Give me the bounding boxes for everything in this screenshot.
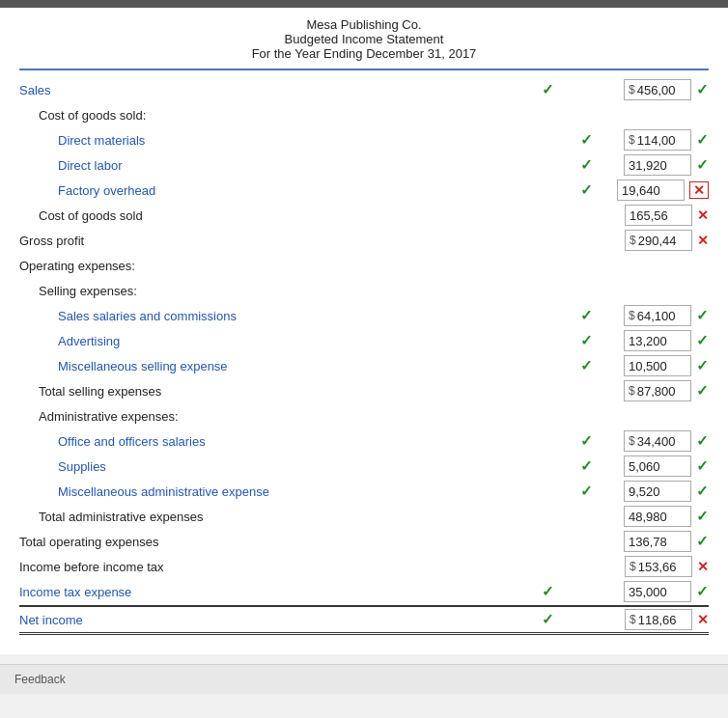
- income-tax-label[interactable]: Income tax expense: [19, 585, 537, 599]
- direct-materials-label[interactable]: Direct materials: [19, 133, 575, 148]
- factory-overhead-input[interactable]: 19,640: [617, 180, 685, 201]
- office-salaries-label[interactable]: Office and officers salaries: [19, 434, 575, 449]
- total-operating-input[interactable]: 136,78: [624, 531, 691, 552]
- gp-dollar: $: [630, 234, 636, 247]
- cogs-total-right: 165,56 ✕: [554, 205, 709, 226]
- sup-check-icon: ✓: [696, 457, 709, 475]
- sales-right: $ 456,00 ✓: [554, 79, 709, 100]
- direct-labor-label[interactable]: Direct labor: [19, 158, 575, 173]
- total-selling-right: $ 87,800 ✓: [554, 380, 709, 401]
- operating-expenses-header-row: Operating expenses:: [19, 254, 709, 277]
- supplies-mid: 5,060 ✓: [593, 456, 709, 477]
- advertising-mid: 13,200 ✓: [593, 330, 709, 351]
- top-bar: [0, 0, 728, 8]
- net-income-right: $ 118,66 ✕: [554, 609, 709, 630]
- direct-labor-input[interactable]: 31,920: [624, 154, 691, 176]
- sales-check-icon: ✓: [542, 81, 554, 98]
- misc-admin-value: 9,520: [629, 484, 660, 499]
- gross-profit-x-icon: ✕: [697, 233, 709, 248]
- income-before-tax-input[interactable]: $ 153,66: [625, 556, 692, 577]
- gross-profit-label: Gross profit: [19, 234, 554, 248]
- income-tax-input[interactable]: 35,000: [624, 581, 691, 602]
- sales-value: 456,00: [637, 83, 676, 97]
- direct-materials-check-icon: ✓: [580, 131, 593, 149]
- office-salaries-row: Office and officers salaries ✓ $ 34,400 …: [19, 429, 709, 453]
- gross-profit-input[interactable]: $ 290,44: [625, 230, 692, 251]
- direct-materials-input[interactable]: $ 114,00: [624, 129, 691, 151]
- gross-profit-row: Gross profit $ 290,44 ✕: [19, 229, 709, 252]
- misc-admin-input[interactable]: 9,520: [624, 481, 691, 502]
- dm-dollar: $: [629, 133, 635, 147]
- income-tax-check2-icon: ✓: [696, 583, 709, 600]
- factory-overhead-x-icon: ✕: [689, 181, 709, 199]
- direct-materials-value: 114,00: [637, 133, 676, 148]
- operating-expenses-label: Operating expenses:: [19, 259, 709, 273]
- misc-admin-mid: 9,520 ✓: [593, 481, 709, 502]
- net-income-row: Net income ✓ $ 118,66 ✕: [19, 605, 709, 630]
- sales-salaries-input[interactable]: $ 64,100: [624, 305, 691, 326]
- misc-selling-label[interactable]: Miscellaneous selling expense: [19, 359, 575, 373]
- ts-dollar: $: [629, 384, 635, 398]
- supplies-input[interactable]: 5,060: [624, 456, 691, 477]
- total-selling-row: Total selling expenses $ 87,800 ✓: [19, 379, 709, 402]
- advertising-input[interactable]: 13,200: [624, 330, 691, 351]
- office-salaries-mid: $ 34,400 ✓: [593, 430, 709, 452]
- header-divider: [19, 69, 709, 70]
- dm-check2-icon: ✓: [696, 131, 709, 149]
- advertising-label[interactable]: Advertising: [19, 334, 575, 348]
- sales-salaries-label[interactable]: Sales salaries and commissions: [19, 309, 575, 323]
- ni-dollar: $: [630, 613, 636, 626]
- total-operating-value: 136,78: [629, 535, 667, 549]
- dl-check-icon: ✓: [696, 156, 709, 174]
- net-income-x-icon: ✕: [697, 612, 709, 627]
- sales-salaries-value: 64,100: [637, 309, 676, 323]
- misc-selling-check2-icon: ✓: [696, 357, 709, 374]
- net-income-input[interactable]: $ 118,66: [625, 609, 692, 630]
- gross-profit-right: $ 290,44 ✕: [554, 230, 709, 251]
- total-selling-check-icon: ✓: [696, 382, 709, 400]
- cogs-total-x-icon: ✕: [697, 207, 709, 223]
- report-title: Budgeted Income Statement: [19, 32, 709, 46]
- admin-expenses-label: Administrative expenses:: [19, 409, 709, 424]
- sales-label[interactable]: Sales: [19, 83, 537, 97]
- misc-admin-label[interactable]: Miscellaneous administrative expense: [19, 484, 575, 499]
- selling-expenses-header-row: Selling expenses:: [19, 279, 709, 302]
- factory-overhead-label[interactable]: Factory overhead: [19, 183, 575, 198]
- selling-expenses-label: Selling expenses:: [19, 284, 709, 298]
- income-before-tax-x-icon: ✕: [697, 559, 709, 574]
- supplies-label[interactable]: Supplies: [19, 459, 575, 474]
- sales-check2-icon: ✓: [696, 81, 709, 98]
- income-before-tax-value: 153,66: [638, 560, 677, 574]
- office-salaries-input[interactable]: $ 34,400: [624, 430, 691, 452]
- income-before-tax-row: Income before income tax $ 153,66 ✕: [19, 555, 709, 578]
- report-header: Mesa Publishing Co. Budgeted Income Stat…: [19, 17, 709, 61]
- misc-selling-input[interactable]: 10,500: [624, 355, 691, 376]
- sales-input[interactable]: $ 456,00: [624, 79, 691, 100]
- advertising-value: 13,200: [629, 334, 667, 348]
- cogs-header-label: Cost of goods sold:: [19, 108, 709, 123]
- direct-labor-check-icon: ✓: [580, 156, 593, 174]
- company-name: Mesa Publishing Co.: [19, 17, 709, 32]
- net-income-label[interactable]: Net income: [19, 613, 537, 627]
- cogs-total-row: Cost of goods sold 165,56 ✕: [19, 204, 709, 227]
- total-operating-row: Total operating expenses 136,78 ✓: [19, 530, 709, 553]
- ibt-dollar: $: [630, 560, 636, 573]
- main-content: Mesa Publishing Co. Budgeted Income Stat…: [0, 8, 728, 654]
- admin-expenses-header-row: Administrative expenses:: [19, 404, 709, 428]
- supplies-value: 5,060: [629, 459, 660, 474]
- sales-dollar: $: [629, 83, 635, 97]
- factory-overhead-mid: 19,640 ✕: [593, 180, 709, 201]
- supplies-row: Supplies ✓ 5,060 ✓: [19, 455, 709, 478]
- cogs-header-row: Cost of goods sold:: [19, 103, 709, 126]
- total-admin-input[interactable]: 48,980: [624, 506, 691, 527]
- sales-salaries-row: Sales salaries and commissions ✓ $ 64,10…: [19, 304, 709, 327]
- total-selling-input[interactable]: $ 87,800: [624, 380, 691, 401]
- ss-dollar: $: [629, 309, 635, 322]
- cogs-total-label: Cost of goods sold: [19, 208, 554, 223]
- advertising-check-icon: ✓: [580, 332, 593, 349]
- cogs-total-value: 165,56: [630, 208, 668, 223]
- total-selling-label: Total selling expenses: [19, 384, 554, 399]
- direct-materials-mid: $ 114,00 ✓: [593, 129, 709, 151]
- cogs-total-input[interactable]: 165,56: [625, 205, 692, 226]
- os-check-icon: ✓: [696, 432, 709, 450]
